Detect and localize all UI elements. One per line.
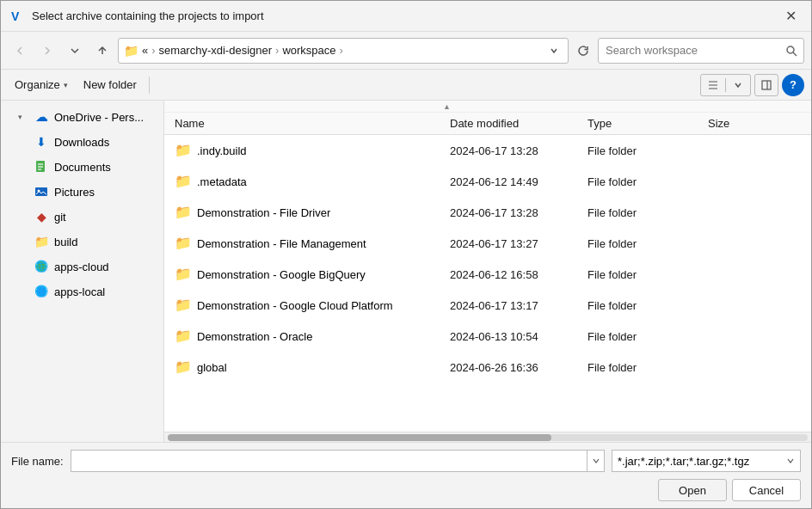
organize-label: Organize: [15, 78, 60, 91]
bottom-bar: File name: *.jar;*.zip;*.tar;*.tar.gz;*.…: [1, 442, 811, 508]
sidebar-item-downloads[interactable]: ⬇ Downloads 📌: [4, 130, 160, 154]
table-row[interactable]: 📁 Demonstration - Google BigQuery 2024-0…: [164, 259, 811, 290]
svg-rect-5: [762, 81, 771, 89]
filename-row: File name: *.jar;*.zip;*.tar;*.tar.gz;*.…: [11, 450, 801, 472]
expand-icon: ▾: [18, 113, 28, 121]
file-name: global: [197, 361, 227, 374]
sidebar-item-apps-cloud[interactable]: 🌐 apps-cloud 📌: [4, 254, 160, 279]
search-input[interactable]: [599, 44, 779, 57]
col-header-name[interactable]: Name: [168, 113, 443, 134]
address-bar[interactable]: 📁 « › semarchy-xdi-designer › workspace …: [118, 38, 569, 64]
filename-label: File name:: [11, 455, 64, 468]
breadcrumb-part-1: «: [142, 44, 148, 57]
col-date-label: Date modified: [450, 117, 519, 130]
search-box[interactable]: [598, 38, 804, 64]
sidebar-item-label: apps-local: [54, 285, 138, 298]
file-type: File folder: [581, 330, 701, 343]
sidebar-item-label: OneDrive - Pers...: [54, 111, 153, 124]
file-name: Demonstration - Oracle: [197, 330, 312, 343]
scrollbar-track: [168, 434, 808, 441]
col-header-type[interactable]: Type: [581, 113, 701, 134]
cancel-button[interactable]: Cancel: [732, 479, 801, 501]
breadcrumb-part-3: workspace: [282, 44, 335, 57]
toolbar: Organize ▾ New folder: [1, 70, 811, 101]
new-folder-button[interactable]: New folder: [77, 74, 144, 96]
refresh-button[interactable]: [572, 40, 594, 62]
sidebar-item-apps-local[interactable]: 🌐 apps-local 📌: [4, 279, 160, 304]
address-dropdown-button[interactable]: [545, 42, 563, 59]
organize-button[interactable]: Organize ▾: [8, 74, 75, 96]
forward-button[interactable]: [35, 39, 59, 63]
filename-dropdown-button[interactable]: [587, 450, 605, 472]
col-header-date[interactable]: Date modified: [443, 113, 581, 134]
folder-icon: 📁: [175, 359, 192, 376]
file-date: 2024-06-12 16:58: [443, 268, 581, 281]
view-dropdown-button[interactable]: [726, 74, 750, 96]
sidebar-item-label: apps-cloud: [54, 261, 138, 273]
file-date: 2024-06-17 13:28: [443, 144, 581, 157]
table-row[interactable]: 📁 .metadata 2024-06-12 14:49 File folder: [164, 166, 811, 197]
svg-text:🌐: 🌐: [34, 260, 48, 273]
help-button[interactable]: ?: [782, 74, 804, 96]
file-name-cell: 📁 .metadata: [168, 173, 443, 190]
table-row[interactable]: 📁 Demonstration - Oracle 2024-06-13 10:5…: [164, 321, 811, 352]
dialog: V Select archive containing the projects…: [0, 0, 812, 509]
file-name-cell: 📁 Demonstration - File Driver: [168, 204, 443, 221]
folder-icon: 📁: [175, 142, 192, 159]
title-bar: V Select archive containing the projects…: [1, 1, 811, 32]
filetype-select[interactable]: *.jar;*.zip;*.tar;*.tar.gz;*.tgz: [612, 450, 801, 472]
file-type: File folder: [581, 206, 701, 219]
file-date: 2024-06-17 13:27: [443, 237, 581, 250]
folder-icon: 📁: [175, 297, 192, 314]
sidebar-item-pictures[interactable]: Pictures 📌: [4, 180, 160, 204]
app-icon: V: [11, 9, 25, 23]
toolbar-right: ?: [700, 74, 804, 96]
file-name: Demonstration - File Driver: [197, 206, 330, 219]
table-row[interactable]: 📁 global 2024-06-26 16:36 File folder: [164, 352, 811, 383]
action-buttons: Open Cancel: [658, 479, 801, 501]
file-name-cell: 📁 Demonstration - Oracle: [168, 328, 443, 345]
close-button[interactable]: ✕: [780, 6, 801, 27]
sidebar-item-label: Downloads: [54, 136, 138, 149]
preview-pane-button[interactable]: [754, 74, 778, 96]
table-row[interactable]: 📁 .indy.build 2024-06-17 13:28 File fold…: [164, 135, 811, 166]
svg-point-0: [787, 46, 794, 53]
sidebar-item-documents[interactable]: Documents 📌: [4, 155, 160, 179]
svg-line-1: [793, 52, 797, 56]
nav-bar: 📁 « › semarchy-xdi-designer › workspace …: [1, 32, 811, 70]
file-type: File folder: [581, 175, 701, 188]
search-icon[interactable]: [779, 39, 803, 63]
title-bar-left: V Select archive containing the projects…: [11, 9, 264, 23]
new-folder-label: New folder: [83, 78, 137, 91]
sidebar-item-build[interactable]: 📁 build 📌: [4, 230, 160, 254]
main-content: ▾ ☁ OneDrive - Pers... ⬇ Downloads 📌 Doc…: [1, 101, 811, 442]
table-row[interactable]: 📁 Demonstration - File Management 2024-0…: [164, 228, 811, 259]
sort-indicator-row: ▲: [164, 101, 811, 113]
sidebar-item-onedrive[interactable]: ▾ ☁ OneDrive - Pers...: [4, 105, 160, 129]
up-button[interactable]: [90, 39, 114, 63]
col-size-label: Size: [708, 117, 729, 130]
horizontal-scrollbar[interactable]: [164, 432, 811, 442]
folder-icon: 📁: [175, 235, 192, 252]
back-button[interactable]: [8, 39, 32, 63]
open-button[interactable]: Open: [658, 479, 727, 501]
filename-input-group: [71, 450, 605, 472]
list-view-button[interactable]: [701, 74, 725, 96]
file-list: 📁 .indy.build 2024-06-17 13:28 File fold…: [164, 135, 811, 432]
sidebar-item-label: git: [54, 211, 138, 224]
file-name-cell: 📁 Demonstration - File Management: [168, 235, 443, 252]
toolbar-separator: [149, 77, 150, 94]
sidebar-item-label: Pictures: [54, 186, 138, 199]
table-row[interactable]: 📁 Demonstration - Google Cloud Platform …: [164, 290, 811, 321]
sidebar: ▾ ☁ OneDrive - Pers... ⬇ Downloads 📌 Doc…: [1, 101, 164, 442]
organize-arrow: ▾: [64, 81, 68, 89]
col-header-size[interactable]: Size: [701, 113, 808, 134]
file-name-cell: 📁 .indy.build: [168, 142, 443, 159]
file-date: 2024-06-17 13:28: [443, 206, 581, 219]
sidebar-item-git[interactable]: ◆ git 📌: [4, 205, 160, 229]
dropdown-button[interactable]: [63, 39, 87, 63]
file-name-cell: 📁 global: [168, 359, 443, 376]
file-date: 2024-06-26 16:36: [443, 361, 581, 374]
table-row[interactable]: 📁 Demonstration - File Driver 2024-06-17…: [164, 197, 811, 228]
filename-input[interactable]: [71, 450, 587, 472]
